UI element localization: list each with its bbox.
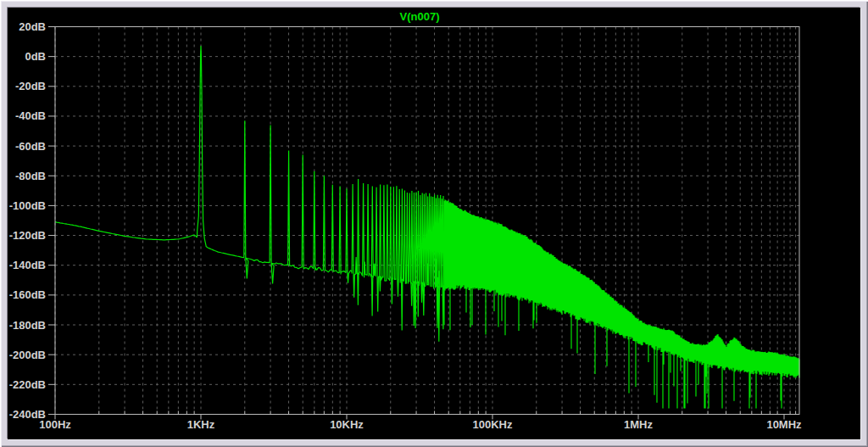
svg-text:0dB: 0dB (25, 50, 46, 63)
svg-text:10MHz: 10MHz (766, 418, 802, 431)
svg-text:-60dB: -60dB (15, 140, 46, 153)
svg-text:20dB: 20dB (19, 20, 46, 33)
svg-text:-140dB: -140dB (9, 259, 46, 271)
svg-text:-200dB: -200dB (9, 349, 46, 361)
y-axis[interactable]: 20dB0dB-20dB-40dB-60dB-80dB-100dB-120dB-… (9, 20, 55, 421)
svg-text:-100dB: -100dB (9, 199, 46, 212)
svg-text:1MHz: 1MHz (624, 418, 653, 431)
svg-text:-120dB: -120dB (9, 229, 46, 242)
svg-text:-180dB: -180dB (9, 319, 46, 332)
waveform-viewer-window: 20dB0dB-20dB-40dB-60dB-80dB-100dB-120dB-… (0, 0, 868, 447)
svg-text:-20dB: -20dB (15, 80, 46, 92)
svg-text:100KHz: 100KHz (473, 418, 513, 431)
svg-text:-220dB: -220dB (9, 378, 46, 391)
svg-text:10KHz: 10KHz (330, 418, 364, 431)
svg-text:1KHz: 1KHz (187, 418, 215, 431)
trace-v-n007[interactable] (55, 46, 799, 408)
svg-text:-80dB: -80dB (15, 170, 46, 182)
trace-noise-band (444, 199, 799, 408)
plot-pane[interactable]: 20dB0dB-20dB-40dB-60dB-80dB-100dB-120dB-… (8, 8, 860, 439)
svg-text:-40dB: -40dB (15, 109, 46, 122)
trace-label[interactable]: V(n007) (47, 10, 792, 23)
fft-plot-canvas: 20dB0dB-20dB-40dB-60dB-80dB-100dB-120dB-… (8, 8, 860, 439)
svg-text:100Hz: 100Hz (39, 418, 71, 431)
svg-text:-160dB: -160dB (9, 288, 46, 301)
trace-sparse-spectrum (55, 46, 444, 342)
